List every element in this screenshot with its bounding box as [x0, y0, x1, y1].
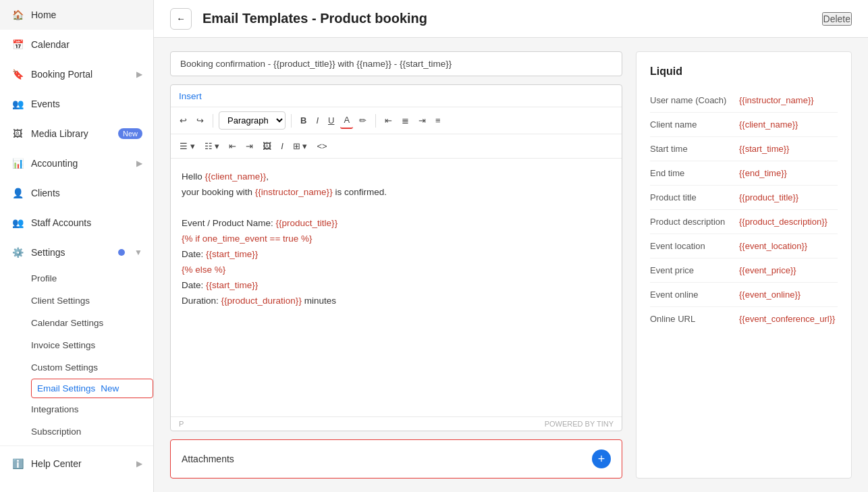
highlight-button[interactable]: ✏ — [356, 113, 370, 128]
bold-button[interactable]: B — [297, 113, 310, 128]
liquid-key-0: User name (Coach) — [650, 95, 731, 105]
sidebar-label-accounting: Accounting — [31, 158, 130, 169]
undo-button[interactable]: ↩ — [176, 113, 190, 128]
email-settings-badge: New — [101, 383, 119, 393]
align-left-button[interactable]: ⇤ — [381, 113, 396, 128]
liquid-panel: Liquid User name (Coach) {{instructor_na… — [636, 51, 852, 479]
sidebar-item-accounting[interactable]: 📊 Accounting ▶ — [0, 148, 153, 178]
liquid-val-1: {{client_name}} — [739, 119, 798, 130]
delete-button[interactable]: Delete — [822, 12, 852, 26]
liquid-key-3: End time — [650, 168, 731, 178]
toolbar-separator-2 — [291, 114, 292, 128]
liquid-key-4: Product title — [650, 192, 731, 202]
indent-button[interactable]: ⇥ — [242, 138, 256, 154]
sidebar-label-help-center: Help Center — [31, 458, 130, 469]
liquid-val-8: {{event_online}} — [739, 290, 801, 300]
text-color-button[interactable]: A — [340, 112, 353, 129]
invoice-settings-label: Invoice Settings — [31, 340, 95, 350]
custom-settings-label: Custom Settings — [31, 362, 98, 373]
sidebar-label-calendar: Calendar — [31, 39, 142, 50]
liquid-val-5: {{product_description}} — [739, 217, 828, 227]
sidebar-item-subscription[interactable]: Subscription — [31, 420, 153, 443]
editor-line-blank — [182, 200, 611, 216]
sidebar-item-settings[interactable]: ⚙️ Settings ▼ — [0, 238, 153, 267]
editor-insert-bar: Insert — [171, 85, 622, 107]
sidebar-item-home[interactable]: 🏠 Home — [0, 0, 153, 30]
settings-submenu: Profile Client Settings Calendar Setting… — [0, 267, 153, 443]
outdent-button[interactable]: ⇤ — [225, 138, 240, 154]
home-icon: 🏠 — [11, 8, 24, 22]
sidebar-item-client-settings[interactable]: Client Settings — [31, 290, 153, 312]
liquid-row-1: Client name {{client_name}} — [650, 113, 838, 137]
liquid-val-6: {{event_location}} — [739, 241, 807, 251]
chevron-down-icon-settings: ▼ — [134, 248, 142, 257]
redo-button[interactable]: ↪ — [193, 113, 207, 128]
sidebar-item-help-center[interactable]: ℹ️ Help Center ▶ — [0, 449, 153, 479]
page-title: Email Templates - Product booking — [202, 11, 427, 26]
chevron-right-icon-accounting: ▶ — [136, 159, 142, 168]
sidebar-divider — [0, 445, 153, 446]
italic2-button[interactable]: I — [277, 138, 287, 154]
sidebar-item-events[interactable]: 👥 Events — [0, 89, 153, 119]
sidebar-item-clients[interactable]: 👤 Clients — [0, 178, 153, 208]
sidebar-item-profile[interactable]: Profile — [31, 267, 153, 290]
toolbar-separator-1 — [213, 114, 213, 128]
settings-icon: ⚙️ — [11, 246, 24, 259]
liquid-val-2: {{start_time}} — [739, 144, 789, 154]
editor-line-6: {% else %} — [182, 263, 611, 278]
table-button[interactable]: ⊞ ▾ — [290, 138, 311, 154]
paragraph-select[interactable]: Paragraph Heading 1 Heading 2 — [219, 111, 286, 130]
topbar: ← Email Templates - Product booking Dele… — [154, 0, 868, 38]
image-button[interactable]: 🖼 — [259, 138, 275, 154]
justify-button[interactable]: ≡ — [432, 113, 444, 128]
subject-bar[interactable]: Booking confirmation - {{product_title}}… — [170, 51, 622, 76]
editor-line-1: Hello {{client_name}}, — [182, 169, 611, 185]
clients-icon: 👤 — [11, 186, 24, 200]
sidebar-item-calendar[interactable]: 📅 Calendar — [0, 30, 153, 59]
liquid-key-5: Product description — [650, 217, 731, 227]
code-button[interactable]: <> — [314, 138, 331, 154]
client-settings-label: Client Settings — [31, 296, 90, 306]
editor-toolbar-row-2: ☰ ▾ ☷ ▾ ⇤ ⇥ 🖼 I ⊞ ▾ <> — [171, 134, 622, 159]
liquid-val-9: {{event_conference_url}} — [739, 314, 835, 324]
attachments-bar: Attachments + — [170, 439, 622, 479]
sidebar-item-booking-portal[interactable]: 🔖 Booking Portal ▶ — [0, 59, 153, 89]
media-library-icon: 🖼 — [11, 127, 24, 140]
editor-line-3: Event / Product Name: {{product_title}} — [182, 216, 611, 231]
bullet-list-button[interactable]: ☰ ▾ — [176, 138, 198, 154]
email-settings-label: Email Settings — [37, 383, 95, 393]
align-center-button[interactable]: ≣ — [398, 113, 412, 128]
footer-p: P — [179, 420, 184, 428]
editor-footer: P POWERED BY TINY — [171, 416, 622, 431]
sidebar-label-clients: Clients — [31, 188, 142, 198]
liquid-key-2: Start time — [650, 144, 731, 154]
sidebar-item-calendar-settings[interactable]: Calendar Settings — [31, 312, 153, 334]
back-arrow-icon: ← — [176, 13, 185, 24]
add-attachment-button[interactable]: + — [592, 449, 611, 468]
liquid-product-duration: {{product_duration}} — [221, 296, 302, 306]
sidebar-item-staff-accounts[interactable]: 👥 Staff Accounts — [0, 208, 153, 238]
editor-container: Insert ↩ ↪ Paragraph Heading 1 Heading 2… — [170, 84, 622, 431]
sidebar-label-events: Events — [31, 99, 142, 109]
main-content: ← Email Templates - Product booking Dele… — [154, 0, 868, 492]
chevron-right-icon-help: ▶ — [136, 459, 142, 468]
subscription-label: Subscription — [31, 427, 81, 437]
numbered-list-button[interactable]: ☷ ▾ — [201, 138, 223, 154]
underline-button[interactable]: U — [325, 113, 337, 128]
sidebar-item-integrations[interactable]: Integrations — [31, 398, 153, 420]
liquid-start-time-1: {{start_time}} — [206, 249, 258, 259]
liquid-key-1: Client name — [650, 119, 731, 130]
insert-button[interactable]: Insert — [179, 91, 202, 101]
editor-body[interactable]: Hello {{client_name}}, your booking with… — [171, 159, 622, 416]
sidebar-item-invoice-settings[interactable]: Invoice Settings — [31, 334, 153, 356]
sidebar-item-email-settings[interactable]: Email Settings New — [31, 379, 153, 398]
liquid-key-6: Event location — [650, 241, 731, 251]
calendar-settings-label: Calendar Settings — [31, 318, 103, 328]
sidebar-item-media-library[interactable]: 🖼 Media Library New — [0, 119, 153, 148]
italic-button[interactable]: I — [313, 113, 322, 128]
liquid-val-0: {{instructor_name}} — [739, 95, 814, 105]
align-right-button[interactable]: ⇥ — [415, 113, 429, 128]
sidebar-item-custom-settings[interactable]: Custom Settings — [31, 356, 153, 379]
back-button[interactable]: ← — [170, 8, 192, 30]
editor-line-5: Date: {{start_time}} — [182, 247, 611, 263]
